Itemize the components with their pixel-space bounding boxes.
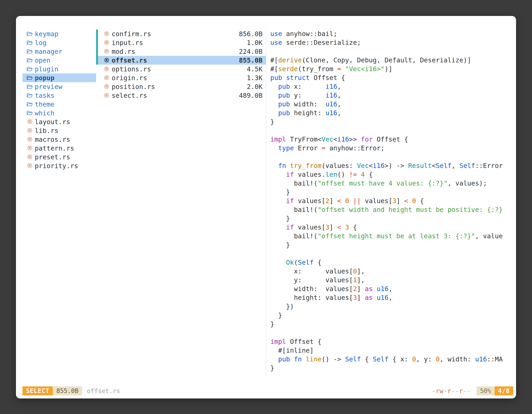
code-line: impl TryFrom<Vec<i16>> for Offset { — [270, 135, 513, 144]
current-panel: ® confirm.rs 856.0B ® input.rs 1.0K ® mo… — [96, 29, 266, 376]
item-label: popup — [35, 74, 54, 82]
code-line: #[inline] — [270, 346, 513, 355]
scrollbar[interactable] — [96, 29, 98, 65]
code-line: pub struct Offset { — [270, 73, 513, 82]
rust-file-icon: ® — [27, 161, 35, 170]
file-permissions: -rw-r--r-- — [432, 387, 471, 395]
code-line: fn try_from(values: Vec<i16>) -> Result<… — [270, 161, 513, 170]
rust-file-icon: ® — [27, 153, 35, 161]
file-manager-window: keymap log manager open — [16, 16, 516, 398]
sidebar-item[interactable]: preview — [22, 82, 96, 91]
code-line: use anyhow::bail; — [270, 29, 513, 38]
item-label: lib.rs — [35, 127, 58, 135]
file-name: mod.rs — [112, 48, 135, 55]
code-line: } — [270, 311, 513, 320]
item-label: plugin — [35, 65, 58, 73]
parent-list: keymap log manager open — [22, 29, 96, 170]
sidebar-item[interactable]: plugin — [22, 65, 96, 73]
code-line: } — [270, 117, 513, 126]
file-size: 2.0K — [247, 83, 263, 91]
sidebar-item[interactable]: ® lib.rs — [22, 126, 96, 135]
preview-panel: use anyhow::bail;use serde::Deserialize;… — [266, 29, 513, 376]
code-line: pub height: u16, — [270, 109, 513, 117]
file-size: 1.0K — [247, 39, 263, 47]
code-line: pub fn line() -> Self { Self { x: 0, y: … — [270, 355, 513, 364]
cursor-position-badge: 4/8 — [494, 386, 513, 395]
code-line: #[derive(Clone, Copy, Debug, Default, De… — [270, 56, 513, 65]
rust-file-icon: ® — [27, 135, 35, 144]
rust-file-icon: ® — [104, 65, 112, 73]
sidebar-item[interactable]: ® preset.rs — [22, 153, 96, 161]
sidebar-item[interactable]: keymap — [22, 29, 96, 38]
file-name: position.rs — [112, 83, 155, 91]
parent-panel: keymap log manager open — [22, 29, 96, 376]
file-name: select.rs — [112, 92, 147, 99]
rust-file-icon: ® — [27, 117, 35, 126]
item-label: priority.rs — [35, 162, 78, 170]
file-name: offset.rs — [112, 57, 147, 64]
code-line: Ok(Self { — [270, 258, 513, 267]
code-preview: use anyhow::bail;use serde::Deserialize;… — [270, 29, 513, 373]
file-name: input.rs — [112, 39, 143, 47]
item-label: log — [35, 39, 47, 47]
file-row[interactable]: ® mod.rs 224.0B — [98, 47, 266, 56]
status-bar: SELECT 855.0B offset.rs -rw-r--r-- 50% 4… — [22, 386, 513, 395]
sidebar-item[interactable]: ® macros.rs — [22, 135, 96, 144]
file-row[interactable]: ® offset.rs 855.0B — [98, 56, 266, 65]
file-row[interactable]: ® origin.rs 1.3K — [98, 73, 266, 82]
item-label: manager — [35, 48, 62, 55]
rust-file-icon: ® — [104, 56, 112, 65]
sidebar-item[interactable]: manager — [22, 47, 96, 56]
rust-file-icon: ® — [104, 73, 112, 82]
code-line: if values.len() != 4 { — [270, 170, 513, 179]
rust-file-icon: ® — [104, 91, 112, 100]
file-row[interactable]: ® confirm.rs 856.0B — [98, 29, 266, 38]
sidebar-item[interactable]: tasks — [22, 91, 96, 100]
code-line: width: values[2] as u16, — [270, 285, 513, 293]
folder-icon — [27, 40, 35, 45]
status-filename: offset.rs — [87, 387, 120, 395]
file-size: 856.0B — [239, 30, 263, 38]
code-line: pub width: u16, — [270, 100, 513, 109]
sidebar-item[interactable]: log — [22, 38, 96, 47]
rust-file-icon: ® — [104, 47, 112, 56]
folder-icon — [27, 110, 35, 116]
file-size-badge: 855.0B — [53, 386, 82, 395]
code-line — [270, 126, 513, 135]
code-line: if values[2] < 0 || values[3] < 0 { — [270, 197, 513, 205]
file-size: 1.3K — [247, 74, 263, 82]
item-label: preset.rs — [35, 153, 70, 161]
item-label: keymap — [35, 30, 58, 38]
sidebar-item[interactable]: which — [22, 109, 96, 117]
code-line: } — [270, 214, 513, 223]
file-size: 855.0B — [239, 57, 263, 64]
code-line: use serde::Deserialize; — [270, 38, 513, 47]
file-row[interactable]: ® position.rs 2.0K — [98, 82, 266, 91]
sidebar-item[interactable]: ® priority.rs — [22, 161, 96, 170]
sidebar-item[interactable]: theme — [22, 100, 96, 109]
code-line: impl Offset { — [270, 337, 513, 346]
folder-icon — [27, 67, 35, 72]
item-label: preview — [35, 83, 62, 91]
sidebar-item[interactable]: ® layout.rs — [22, 117, 96, 126]
rust-file-icon: ® — [104, 29, 112, 38]
file-name: options.rs — [112, 65, 151, 73]
file-row[interactable]: ® select.rs 489.0B — [98, 91, 266, 100]
code-line: pub y: i16, — [270, 91, 513, 100]
code-line: } — [270, 188, 513, 197]
file-row[interactable]: ® options.rs 4.5K — [98, 65, 266, 73]
code-line: } — [270, 320, 513, 328]
folder-icon — [27, 102, 35, 107]
sidebar-item[interactable]: open — [22, 56, 96, 65]
file-size: 489.0B — [239, 92, 263, 99]
folder-icon — [27, 75, 35, 80]
folder-icon — [27, 31, 35, 36]
folder-icon — [27, 93, 35, 98]
file-row[interactable]: ® input.rs 1.0K — [98, 38, 266, 47]
code-line — [270, 328, 513, 337]
sidebar-item[interactable]: ® pattern.rs — [22, 144, 96, 153]
code-line: height: values[3] as u16, — [270, 293, 513, 302]
sidebar-item[interactable]: popup — [22, 73, 96, 82]
code-line: type Error = anyhow::Error; — [270, 144, 513, 153]
rust-file-icon: ® — [27, 144, 35, 153]
